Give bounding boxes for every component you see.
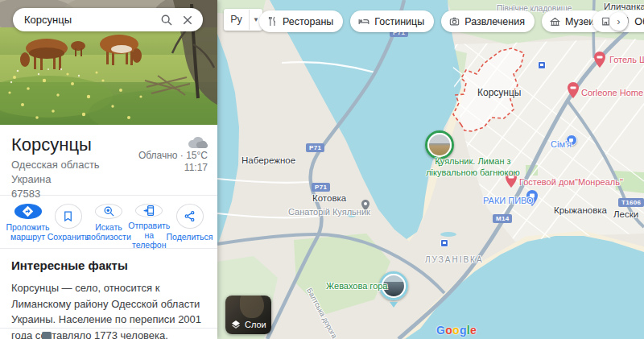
weather-widget: Облачно · 15°C 11:17 bbox=[138, 136, 208, 173]
search-bar[interactable]: Корсунцы bbox=[13, 8, 203, 31]
transit-stop-icon[interactable] bbox=[538, 61, 546, 69]
satellite-thumbnail bbox=[240, 296, 264, 318]
road-badge-t1606: Т1606 bbox=[618, 198, 644, 207]
label-kotovka[interactable]: Котовка bbox=[312, 193, 346, 203]
museum-icon bbox=[550, 16, 560, 27]
place-country: Украина bbox=[11, 172, 206, 187]
label-monreal[interactable]: Гостевой дом"Монреаль" bbox=[519, 177, 623, 187]
send-to-phone-button[interactable]: Отправить на телефон bbox=[130, 204, 169, 242]
zhevakhova-photo-marker-pointer bbox=[390, 302, 398, 308]
weather-time: 11:17 bbox=[138, 162, 208, 173]
google-logo: Google bbox=[436, 324, 477, 337]
layers-button[interactable]: Слои bbox=[225, 296, 271, 334]
calf bbox=[71, 41, 85, 51]
language-selector[interactable]: Ру ▼ bbox=[224, 9, 262, 31]
cloud-icon bbox=[187, 136, 208, 149]
facts-section: Интересные факты Корсунцы — село, относи… bbox=[0, 249, 217, 339]
google-maps-app: Корсунцы bbox=[0, 0, 644, 339]
camera-icon bbox=[449, 16, 460, 27]
directions-button[interactable]: Проложить маршрут bbox=[8, 204, 47, 242]
chips-scroll-right-button[interactable]: › bbox=[609, 12, 628, 31]
map-canvas[interactable]: Ру ▼ Рестораны Гостиницы Развлечения Муз… bbox=[217, 0, 644, 339]
search-nearby-button[interactable]: Искать поблизости bbox=[89, 204, 129, 242]
place-panel: Корсунцы bbox=[0, 0, 217, 339]
close-icon[interactable] bbox=[180, 13, 195, 27]
directions-icon bbox=[14, 204, 42, 219]
label-luzanivka[interactable]: ЛУЗАНІВКА bbox=[425, 255, 484, 264]
transit-stop-icon[interactable] bbox=[440, 239, 448, 247]
hotel-icon bbox=[358, 16, 369, 27]
search-icon[interactable] bbox=[159, 13, 174, 27]
bookmark-icon bbox=[55, 204, 82, 229]
search-input[interactable]: Корсунцы bbox=[24, 14, 153, 26]
save-button[interactable]: Сохранить bbox=[48, 204, 88, 242]
label-corleone-home[interactable]: Corleone Home bbox=[581, 88, 643, 97]
facts-heading: Интересные факты bbox=[11, 258, 206, 272]
chevron-right-icon: › bbox=[617, 15, 620, 27]
label-sanatoriy[interactable]: Санаторій Куяльник bbox=[288, 207, 370, 217]
action-buttons-row: Проложить маршрут Сохранить Искать побли… bbox=[0, 196, 217, 248]
label-korsuntsy[interactable]: Корсунцы bbox=[477, 87, 521, 98]
label-simya[interactable]: Сім'я bbox=[551, 139, 572, 149]
send-to-phone-icon bbox=[135, 204, 163, 217]
label-zhevakhova-gora[interactable]: Жевахова гора bbox=[326, 281, 388, 291]
search-nearby-icon bbox=[95, 204, 122, 219]
label-leski[interactable]: Лески bbox=[613, 209, 638, 219]
label-kuyalnik-liman[interactable]: Куяльник. Лиман з лікувальною багнюкою bbox=[411, 155, 535, 179]
restaurant-icon bbox=[267, 16, 278, 27]
chip-hotels[interactable]: Гостиницы bbox=[350, 10, 434, 32]
partial-list-icon bbox=[42, 332, 52, 339]
place-header: Корсунцы Одесская область Украина 67583 … bbox=[0, 125, 217, 195]
road-badge-p71: Р71 bbox=[306, 143, 324, 152]
chip-restaurants[interactable]: Рестораны bbox=[259, 10, 343, 32]
weather-summary: Облачно · 15°C bbox=[138, 150, 208, 161]
label-raki-pivo[interactable]: РАКИ ПИВО bbox=[483, 196, 534, 205]
language-label: Ру bbox=[224, 10, 250, 30]
chip-entertainment[interactable]: Развлечения bbox=[441, 10, 535, 32]
road-badge-p71: Р71 bbox=[312, 183, 330, 192]
category-chips: Рестораны Гостиницы Развлечения Музеи Об… bbox=[259, 10, 644, 32]
label-hotel-sha[interactable]: Готель Ша bbox=[609, 55, 644, 64]
layers-label: Слои bbox=[245, 320, 266, 329]
place-postal-code: 67583 bbox=[11, 187, 206, 201]
road-badge-m14: М14 bbox=[493, 214, 512, 223]
label-naberezhnoe[interactable]: Набережное bbox=[242, 155, 295, 165]
layers-icon bbox=[231, 320, 241, 329]
share-icon bbox=[176, 204, 204, 229]
label-kryzhanovka[interactable]: Крыжановка bbox=[554, 205, 607, 215]
share-button[interactable]: Поделиться bbox=[170, 204, 209, 242]
next-section-partial bbox=[0, 328, 217, 339]
